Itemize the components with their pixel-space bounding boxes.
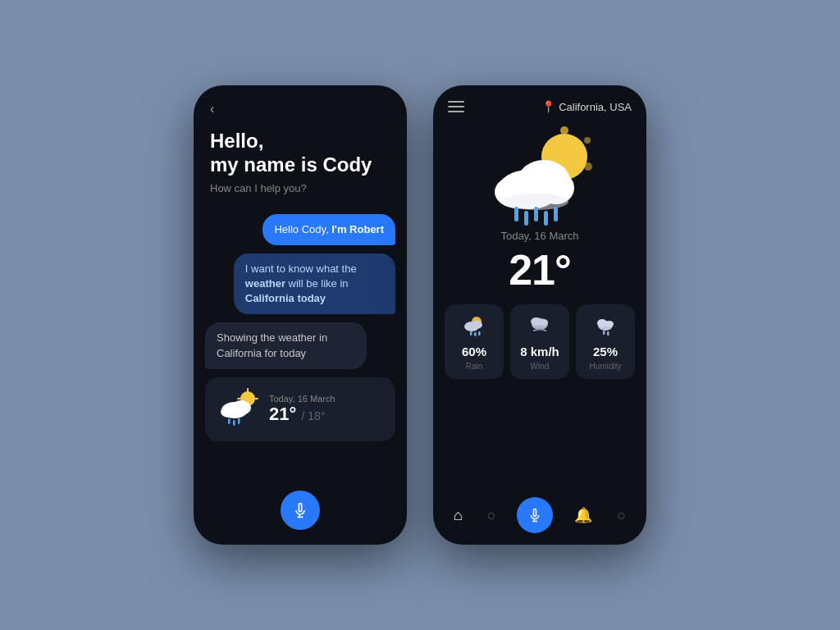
pin-icon: 📍 [541, 100, 555, 113]
svg-rect-24 [554, 207, 558, 221]
nav-bell[interactable]: 🔔 [571, 503, 596, 527]
weather-date: Today, 16 March [433, 230, 646, 242]
svg-point-36 [605, 321, 614, 327]
chat-header: ‹ [194, 85, 407, 123]
menu-button[interactable] [448, 101, 464, 112]
location-label: 📍 California, USA [541, 100, 632, 113]
svg-rect-28 [470, 331, 472, 336]
svg-rect-20 [514, 207, 518, 221]
svg-rect-29 [474, 332, 477, 336]
big-weather-icon [433, 120, 646, 226]
svg-rect-23 [544, 211, 548, 226]
svg-rect-9 [233, 420, 235, 426]
message-3: Showing the weather in California for to… [205, 322, 367, 368]
svg-point-12 [560, 126, 568, 135]
chat-title-area: Hello,my name is Cody How can I help you… [194, 123, 407, 208]
hamburger-line-2 [448, 106, 464, 107]
rain-label: Rain [466, 362, 483, 371]
message-2: I want to know what the weather will be … [234, 253, 395, 315]
svg-rect-10 [238, 418, 240, 424]
rain-value: 60% [462, 345, 486, 358]
rain-icon [462, 313, 486, 341]
stat-rain: 60% Rain [445, 304, 504, 379]
svg-point-27 [471, 321, 482, 329]
bottom-nav: ⌂ ○ 🔔 ○ [433, 491, 646, 545]
wcs-temp: 21° / 18° [269, 404, 336, 425]
svg-rect-8 [228, 418, 231, 424]
humidity-icon [593, 313, 618, 341]
svg-rect-22 [534, 207, 538, 221]
stat-wind: 8 km/h Wind [510, 304, 569, 379]
humidity-label: Humidity [590, 362, 622, 371]
nav-search[interactable]: ○ [484, 504, 500, 527]
svg-point-13 [584, 137, 591, 144]
wind-label: Wind [531, 362, 550, 371]
nav-mic-icon [527, 508, 542, 523]
weather-icon-small [217, 387, 261, 431]
chat-messages: Hello Cody, I'm Robert I want to know wh… [194, 208, 407, 481]
location-text: California, USA [559, 101, 632, 113]
svg-rect-37 [603, 331, 605, 335]
weather-card-info: Today, 16 March 21° / 18° [269, 394, 336, 425]
chat-footer [194, 481, 407, 545]
wcs-date: Today, 16 March [269, 394, 336, 404]
wcs-low: / 18° [301, 409, 325, 422]
svg-point-7 [221, 406, 237, 418]
weather-top-bar: 📍 California, USA [433, 85, 646, 120]
weather-stats: 60% Rain 8 km/h Wind [433, 304, 646, 387]
mic-button[interactable] [281, 491, 320, 530]
nav-home[interactable]: ⌂ [450, 504, 466, 527]
svg-rect-21 [524, 211, 528, 226]
wind-value: 8 km/h [520, 345, 559, 358]
wind-stat-svg [527, 313, 552, 337]
svg-rect-38 [607, 331, 609, 336]
humidity-stat-svg [593, 313, 618, 337]
hamburger-line-3 [448, 111, 464, 112]
message-1: Hello Cody, I'm Robert [262, 214, 395, 245]
rain-stat-svg [462, 313, 486, 337]
back-button[interactable]: ‹ [210, 102, 214, 116]
weather-phone: 📍 California, USA Today, 16 M [433, 85, 646, 545]
hamburger-line-1 [448, 101, 464, 103]
svg-point-33 [540, 319, 548, 326]
weather-card-small: Today, 16 March 21° / 18° [205, 377, 395, 441]
greeting-subtitle: How can I help you? [210, 182, 390, 194]
big-weather-svg [478, 122, 601, 229]
humidity-value: 25% [593, 345, 618, 358]
nav-user[interactable]: ○ [614, 504, 629, 527]
svg-point-14 [584, 162, 592, 171]
greeting-title: Hello,my name is Cody [210, 130, 390, 177]
stat-humidity: 25% Humidity [576, 304, 635, 379]
chat-phone: ‹ Hello,my name is Cody How can I help y… [194, 85, 407, 545]
mic-icon [292, 502, 308, 518]
wind-icon [527, 313, 552, 341]
big-temperature: 21° [433, 245, 646, 294]
small-weather-svg [217, 387, 261, 427]
svg-rect-30 [478, 331, 481, 336]
nav-mic-button[interactable] [517, 497, 553, 533]
